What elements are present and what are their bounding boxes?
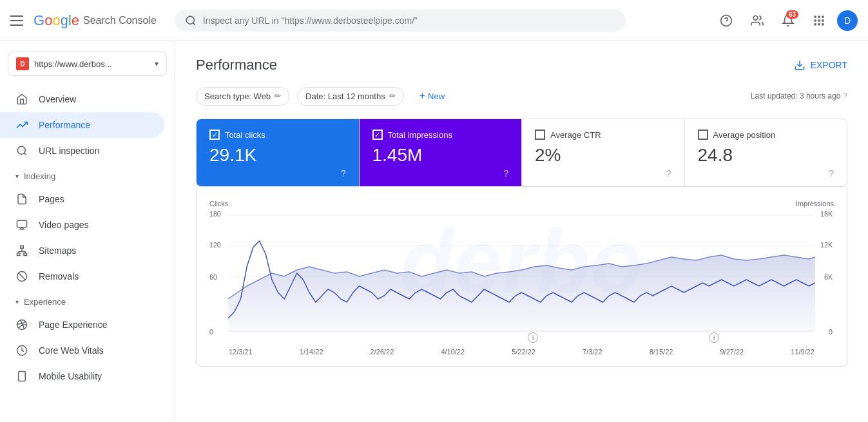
svg-rect-10 [822, 19, 824, 21]
metric-card-average-ctr[interactable]: Average CTR 2% ? [522, 119, 685, 186]
search-icon [185, 15, 197, 26]
svg-text:180: 180 [209, 210, 221, 218]
sidebar-item-pages[interactable]: Pages [0, 186, 164, 212]
average-ctr-label: Average CTR [550, 130, 601, 140]
svg-text:6K: 6K [824, 273, 833, 281]
svg-rect-6 [818, 15, 820, 17]
download-icon [794, 59, 805, 71]
last-updated-text: Last updated: 3 hours ago [751, 91, 840, 101]
metric-card-footer: ? [698, 168, 834, 178]
metric-card-average-position[interactable]: Average position 24.8 ? [685, 119, 847, 186]
svg-rect-8 [815, 19, 816, 21]
chart-x-label-1: 1/14/22 [300, 348, 323, 356]
chevron-down-icon: ▾ [155, 59, 159, 68]
total-clicks-help-icon[interactable]: ? [341, 168, 346, 178]
total-impressions-checkbox[interactable]: ✓ [372, 129, 383, 140]
annotation-2-icon[interactable]: i [709, 332, 719, 343]
sidebar-item-sitemaps[interactable]: Sitemaps [0, 238, 164, 264]
total-clicks-value: 29.1K [209, 145, 346, 166]
svg-point-14 [17, 146, 25, 154]
chart-container: Clicks Impressions 180 120 60 0 18K 12K … [196, 187, 847, 367]
metric-card-footer: ? [535, 168, 671, 178]
total-clicks-label: Total clicks [225, 130, 265, 140]
chart-x-axis: 12/3/21 1/14/22 2/26/22 4/10/22 5/22/22 … [209, 348, 834, 356]
average-ctr-help-icon[interactable]: ? [666, 168, 671, 178]
sidebar-section-indexing-label: Indexing [24, 171, 55, 181]
svg-point-4 [753, 15, 758, 20]
metric-card-total-clicks[interactable]: ✓ Total clicks 29.1K ? [197, 119, 360, 186]
chart-y-label-left: Clicks [209, 200, 228, 207]
svg-text:18K: 18K [820, 210, 833, 218]
url-search-icon [15, 144, 28, 157]
help-icon [720, 14, 733, 27]
sidebar-item-mobile-usability[interactable]: Mobile Usability [0, 363, 164, 389]
svg-rect-19 [17, 253, 21, 256]
chart-x-label-6: 8/15/22 [650, 348, 673, 356]
sitemaps-icon [15, 244, 28, 257]
menu-icon[interactable] [10, 15, 23, 26]
sidebar-section-experience[interactable]: ▾ Experience [0, 292, 175, 312]
removals-icon [15, 270, 28, 283]
help-button[interactable] [713, 8, 739, 34]
property-selector[interactable]: D https://www.derbos... ▾ [8, 52, 167, 76]
mobile-icon [15, 370, 28, 383]
average-position-label: Average position [713, 130, 776, 140]
sidebar-item-removals[interactable]: Removals [0, 264, 164, 289]
search-type-filter[interactable]: Search type: Web ✏ [196, 87, 289, 106]
sidebar-item-overview-label: Overview [39, 94, 76, 104]
export-button[interactable]: EXPORT [794, 59, 847, 71]
sidebar-item-core-web-vitals[interactable]: Core Web Vitals [0, 338, 164, 363]
sidebar-section-experience-label: Experience [24, 297, 66, 307]
sidebar-item-core-web-vitals-label: Core Web Vitals [39, 345, 104, 356]
notifications-badge: 63 [786, 10, 798, 19]
notifications-button[interactable]: 63 [775, 8, 801, 34]
home-icon [15, 93, 28, 106]
average-position-value: 24.8 [698, 145, 834, 166]
apps-button[interactable] [806, 8, 832, 34]
manage-users-button[interactable] [744, 8, 770, 34]
sidebar-item-url-inspection[interactable]: URL inspection [0, 138, 164, 164]
total-impressions-help-icon[interactable]: ? [503, 168, 508, 178]
sidebar-item-page-experience[interactable]: Page Experience [0, 312, 164, 338]
new-filter-button[interactable]: + New [412, 86, 452, 106]
new-filter-label: New [428, 91, 445, 101]
chevron-indexing-icon: ▾ [15, 173, 19, 180]
average-position-help-icon[interactable]: ? [829, 168, 834, 178]
metric-card-total-impressions[interactable]: ✓ Total impressions 1.45M ? [360, 119, 523, 186]
average-position-checkbox[interactable] [698, 129, 708, 140]
metric-card-header: Average CTR [535, 129, 671, 140]
video-icon [15, 218, 28, 231]
pages-icon [15, 193, 28, 206]
average-ctr-checkbox[interactable] [535, 129, 545, 140]
sidebar-item-performance[interactable]: Performance [0, 112, 164, 138]
annotation-1-icon[interactable]: i [528, 332, 538, 343]
url-search-bar[interactable] [175, 10, 626, 32]
export-label: EXPORT [811, 60, 847, 70]
url-search-input[interactable] [203, 15, 615, 26]
sidebar-item-overview[interactable]: Overview [0, 86, 164, 112]
svg-text:120: 120 [209, 241, 221, 249]
search-type-label: Search type: Web [204, 91, 271, 101]
svg-rect-16 [17, 220, 27, 227]
page-header: Performance EXPORT [196, 57, 847, 73]
chart-x-label-7: 9/27/22 [720, 348, 744, 356]
total-clicks-checkbox[interactable]: ✓ [209, 129, 220, 140]
sidebar-item-video-pages[interactable]: Video pages [0, 212, 164, 238]
sidebar-item-url-inspection-label: URL inspection [39, 146, 99, 156]
svg-line-15 [24, 153, 26, 155]
edit-search-type-icon: ✏ [275, 91, 281, 101]
sidebar-item-pages-label: Pages [39, 194, 64, 204]
sidebar-section-indexing[interactable]: ▾ Indexing [0, 166, 175, 186]
svg-rect-5 [815, 15, 816, 17]
sidebar-item-performance-label: Performance [39, 120, 90, 130]
trending-up-icon [15, 119, 28, 131]
page-title: Performance [196, 57, 277, 73]
date-filter[interactable]: Date: Last 12 months ✏ [297, 87, 404, 106]
filter-bar: Search type: Web ✏ Date: Last 12 months … [196, 86, 847, 106]
sidebar-item-video-pages-label: Video pages [39, 220, 89, 230]
sidebar: D https://www.derbos... ▾ Overview Perfo… [0, 41, 175, 422]
avatar[interactable]: D [837, 10, 858, 31]
total-impressions-label: Total impressions [388, 130, 452, 140]
chart-x-label-8: 11/9/22 [791, 348, 815, 356]
metric-card-header: ✓ Total impressions [372, 129, 509, 140]
